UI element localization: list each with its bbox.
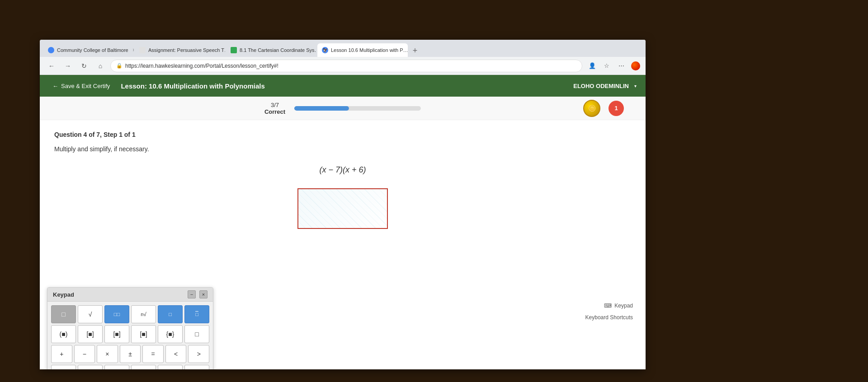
new-tab-button[interactable]: + bbox=[409, 44, 421, 57]
header-left: ← Save & Exit Certify Lesson: 10.6 Multi… bbox=[49, 81, 265, 91]
tab-4[interactable]: 🦅 Lesson 10.6 Multiplication with P… ✕ bbox=[317, 43, 408, 57]
kp-placeholder-btn[interactable]: □ bbox=[51, 305, 76, 323]
url-text: https://learn.hawkeslearning.com/Portal/… bbox=[125, 63, 278, 69]
kp-small-sq-btn[interactable]: □ bbox=[184, 325, 209, 343]
kp-fraction-btn[interactable]: □□ bbox=[104, 305, 129, 323]
tab-1-close[interactable]: ✕ bbox=[131, 47, 134, 53]
progress-area: 3/7 Correct 🪙 1 bbox=[40, 97, 646, 120]
lock-icon: 🔒 bbox=[116, 63, 123, 69]
coin-icon: 🪙 bbox=[583, 100, 600, 117]
keypad-row-1: □ √ □□ n√ □ □ bbox=[51, 305, 209, 323]
kp-times-btn[interactable]: × bbox=[97, 345, 118, 363]
kp-curly-btn[interactable]: {■} bbox=[158, 325, 183, 343]
kp-bracket3-btn[interactable]: [■] bbox=[131, 325, 156, 343]
user-name: ELOHO ODEMINLIN bbox=[573, 83, 629, 89]
answer-input-box[interactable] bbox=[297, 188, 388, 229]
answer-box-wrapper bbox=[54, 188, 631, 229]
browser-actions: 👤 ☆ ⋯ bbox=[586, 60, 640, 72]
kp-bar-btn[interactable]: □ bbox=[184, 305, 209, 323]
tab-4-label: Lesson 10.6 Multiplication with P… bbox=[331, 47, 408, 53]
kp-minus-btn[interactable]: − bbox=[74, 345, 95, 363]
kp-super-btn[interactable]: □ bbox=[158, 305, 183, 323]
user-menu-arrow: ▾ bbox=[634, 84, 637, 89]
save-exit-label: Save & Exit Certify bbox=[61, 83, 110, 89]
keypad-title: Keypad bbox=[53, 291, 74, 298]
progress-bar bbox=[294, 106, 421, 111]
address-bar: ← → ↻ ⌂ 🔒 https://learn.hawkeslearning.c… bbox=[40, 57, 646, 75]
progress-info: 3/7 Correct bbox=[264, 102, 285, 115]
header-right: ELOHO ODEMINLIN ▾ bbox=[573, 83, 637, 89]
math-expression: (x − 7)(x + 6) bbox=[54, 165, 631, 175]
tab-2-icon bbox=[139, 47, 146, 53]
main-content: Question 4 of 7, Step 1 of 1 Multiply an… bbox=[40, 120, 646, 346]
progress-fraction: 3/7 bbox=[271, 102, 279, 108]
kp-bracket2-btn[interactable]: [■] bbox=[104, 325, 129, 343]
save-exit-button[interactable]: ← Save & Exit Certify bbox=[49, 81, 113, 91]
keypad-row-2: (■) [■] [■] [■] {■} □ bbox=[51, 325, 209, 343]
expression-text: (x − 7)(x + 6) bbox=[319, 165, 366, 174]
keypad-header: Keypad − × bbox=[47, 288, 213, 302]
progress-correct-label: Correct bbox=[264, 108, 285, 115]
keypad-row-3: + − × ± = < > bbox=[51, 345, 209, 363]
tab-2-label: Assignment: Persuasive Speech T… bbox=[148, 47, 225, 53]
keypad-controls: − × bbox=[188, 290, 208, 298]
settings-button[interactable]: ⋯ bbox=[615, 60, 627, 72]
home-button[interactable]: ⌂ bbox=[94, 60, 107, 72]
keypad-minimize-button[interactable]: − bbox=[188, 290, 196, 298]
shortcuts-label: Keyboard Shortcuts bbox=[585, 314, 633, 321]
progress-center: 3/7 Correct bbox=[264, 102, 421, 115]
back-button[interactable]: ← bbox=[45, 60, 58, 72]
reload-button[interactable]: ↻ bbox=[78, 60, 90, 72]
app-header: ← Save & Exit Certify Lesson: 10.6 Multi… bbox=[40, 75, 646, 97]
kp-union-btn[interactable]: ∪ bbox=[51, 365, 76, 369]
profile-button[interactable]: 👤 bbox=[586, 60, 599, 72]
lesson-title: Lesson: 10.6 Multiplication with Polynom… bbox=[121, 82, 264, 90]
tab-2[interactable]: Assignment: Persuasive Speech T… ✕ bbox=[135, 43, 225, 57]
kp-equals-btn[interactable]: = bbox=[142, 345, 164, 363]
tab-3[interactable]: 8.1 The Cartesian Coordinate Sys… ✕ bbox=[226, 43, 316, 57]
heart-count: 1 bbox=[614, 105, 618, 112]
forward-button[interactable]: → bbox=[61, 60, 74, 72]
kp-bracket-btn[interactable]: [■] bbox=[78, 325, 103, 343]
tab-1-icon bbox=[48, 47, 54, 53]
keyboard-shortcuts-button[interactable]: Keyboard Shortcuts bbox=[582, 312, 637, 322]
keypad-panel: Keypad − × □ √ □□ n√ □ □ (■) bbox=[47, 287, 213, 369]
instruction-text: Multiply and simplify, if necessary. bbox=[54, 145, 631, 153]
right-tools: ⌨ Keypad Keyboard Shortcuts bbox=[582, 301, 637, 322]
kp-sqrt-btn[interactable]: √ bbox=[78, 305, 103, 323]
progress-bar-fill bbox=[294, 106, 349, 111]
kp-gt-btn[interactable]: > bbox=[188, 345, 209, 363]
keypad-icon: ⌨ bbox=[604, 303, 612, 309]
keypad-body: □ √ □□ n√ □ □ (■) [■] [■] [■] {■} □ bbox=[47, 302, 213, 369]
question-label: Question 4 of 7, Step 1 of 1 bbox=[54, 131, 631, 138]
tab-4-icon: 🦅 bbox=[322, 47, 328, 53]
heart-icon: 1 bbox=[609, 101, 624, 116]
kp-leq-btn[interactable]: ≤ bbox=[158, 365, 183, 369]
tab-1-label: Community College of Baltimore bbox=[57, 47, 128, 53]
kp-lt-btn[interactable]: < bbox=[165, 345, 187, 363]
url-bar[interactable]: 🔒 https://learn.hawkeslearning.com/Porta… bbox=[110, 60, 582, 72]
tab-1[interactable]: Community College of Baltimore ✕ bbox=[43, 43, 134, 57]
kp-geq-btn[interactable]: ≥ bbox=[184, 365, 209, 369]
kp-paren-btn[interactable]: (■) bbox=[51, 325, 76, 343]
favorites-button[interactable]: ☆ bbox=[600, 60, 613, 72]
kp-plusminus-btn[interactable]: ± bbox=[120, 345, 141, 363]
kp-neq-btn[interactable]: ≠ bbox=[131, 365, 156, 369]
keypad-close-button[interactable]: × bbox=[199, 290, 208, 298]
kp-plus-btn[interactable]: + bbox=[51, 345, 72, 363]
kp-intersect-btn[interactable]: ∩ bbox=[78, 365, 103, 369]
keypad-row-4: ∪ ∩ ∅ ≠ ≤ ≥ bbox=[51, 365, 209, 369]
kp-nthroot-btn[interactable]: n√ bbox=[131, 305, 156, 323]
browser-profile-icon bbox=[631, 61, 640, 70]
kp-empty-btn[interactable]: ∅ bbox=[104, 365, 129, 369]
keypad-tool-label: Keypad bbox=[614, 303, 633, 309]
arrow-left-icon: ← bbox=[52, 83, 58, 89]
keypad-toggle-button[interactable]: ⌨ Keypad bbox=[600, 301, 637, 311]
tab-3-icon bbox=[231, 47, 237, 53]
tab-bar: Community College of Baltimore ✕ Assignm… bbox=[40, 40, 646, 57]
tab-3-label: 8.1 The Cartesian Coordinate Sys… bbox=[240, 47, 316, 53]
